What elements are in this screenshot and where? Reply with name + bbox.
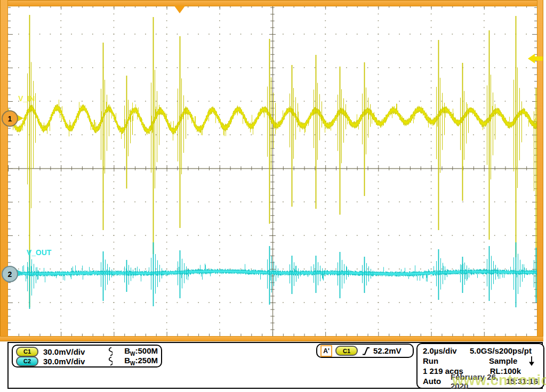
trigger-source-badge[interactable]: C1 <box>335 346 358 356</box>
trigger-position-marker[interactable] <box>174 5 186 13</box>
ac-coupling-icon <box>107 356 113 366</box>
trigger-readout-box: A' C1 52.2mV <box>316 344 414 358</box>
watermark: www.cntronics.com <box>452 372 546 389</box>
trigger-level-arrow-icon[interactable] <box>528 54 543 63</box>
graticule-area: 1 2 V_IN V_OUT <box>0 0 546 341</box>
waveform-canvas <box>8 5 537 336</box>
channel-2-readout-row: C2 30.0mV/div BW:250M <box>16 356 158 366</box>
ac-coupling-icon <box>107 347 113 356</box>
down-arrow-icon <box>528 356 535 366</box>
trace-label-vin: V_IN <box>18 94 35 103</box>
channel-1-marker[interactable]: 1 <box>2 110 18 127</box>
resolution-value: 200ps/pt <box>499 346 532 355</box>
graticule-frame-bottom <box>0 336 543 341</box>
channel-1-scale[interactable]: 30.0mV/div <box>43 347 92 356</box>
timebase-value[interactable]: 2.0µs/div <box>423 346 470 355</box>
trace-label-vout: V_OUT <box>27 248 52 257</box>
channel-2-scale[interactable]: 30.0mV/div <box>43 357 92 366</box>
channel-2-badge[interactable]: C2 <box>16 356 38 366</box>
channel-readout-box: C1 30.0mV/div BW:500M C2 30.0mV/div BW:2… <box>12 345 162 368</box>
horizontal-row: 2.0µs/div 5.0GS/s 200ps/pt <box>423 346 538 356</box>
sample-rate-value[interactable]: 5.0GS/s <box>470 346 499 355</box>
trigger-a-badge[interactable]: A' <box>320 345 332 357</box>
graticule-frame-top <box>0 0 543 6</box>
channel-1-readout-row: C1 30.0mV/div BW:500M <box>16 347 158 356</box>
rising-edge-icon <box>362 346 371 356</box>
channel-1-badge[interactable]: C1 <box>16 347 38 357</box>
channel-1-bandwidth[interactable]: BW:500M <box>124 346 158 357</box>
channel-2-marker-label: 2 <box>8 270 12 279</box>
oscilloscope-screen: 1 2 V_IN V_OUT C1 30.0mV/div BW:500M C2 <box>0 0 546 392</box>
channel-2-marker[interactable]: 2 <box>2 266 18 282</box>
channel-1-marker-label: 1 <box>8 115 12 123</box>
trigger-level-value[interactable]: 52.2mV <box>373 346 402 355</box>
graticule-frame-right <box>537 0 543 341</box>
graticule-frame-left <box>0 0 8 341</box>
channel-2-bandwidth[interactable]: BW:250M <box>124 356 158 366</box>
run-state[interactable]: Run <box>423 356 470 365</box>
acquisition-mode[interactable]: Sample <box>489 356 517 365</box>
trigger-mode[interactable]: Auto <box>423 377 451 386</box>
acquisition-state-row: Run Sample <box>423 356 538 366</box>
